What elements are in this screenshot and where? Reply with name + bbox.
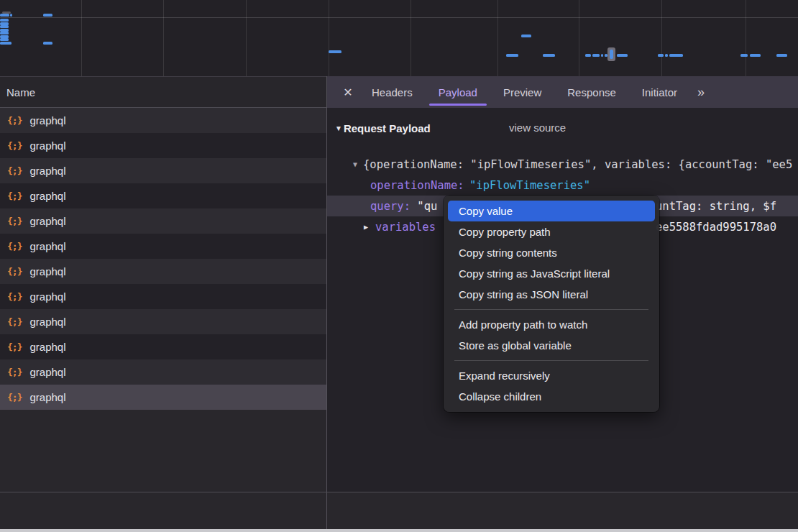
network-activity-bar [10,14,12,17]
network-activity-bar [0,42,12,45]
devtools-network-panel: Name {;}graphql {;}graphql {;}graphql {;… [0,0,798,532]
network-activity-bar [665,54,668,57]
timeline-gridline [81,0,82,76]
json-key: operationName: [370,179,464,192]
timeline-gridline [163,0,164,76]
request-name: graphql [29,366,65,378]
status-bar [0,492,798,530]
request-name: graphql [29,265,65,278]
timeline-hover-marker-bar [610,50,613,59]
table-row[interactable]: {;}graphql [0,158,326,183]
json-braces-icon: {;} [7,291,22,302]
menu-item-store-as-global-variable[interactable]: Store as global variable [448,335,655,356]
request-payload-section-header[interactable]: ▼ Request Payload [335,122,431,134]
tab-preview[interactable]: Preview [490,76,554,108]
json-braces-icon: {;} [7,392,22,403]
menu-item-expand-recursively[interactable]: Expand recursively [448,365,655,386]
network-activity-bar [0,25,9,28]
table-row[interactable]: {;}graphql [0,359,326,385]
context-menu: Copy value Copy property path Copy strin… [444,196,659,412]
table-row[interactable]: {;}graphql [0,208,326,234]
expand-triangle-icon[interactable]: ▶ [364,223,368,231]
json-key: variables [375,221,436,234]
request-name: graphql [29,341,65,353]
more-tabs-chevron-icon[interactable]: » [697,85,705,100]
tab-response[interactable]: Response [554,76,629,108]
view-source-link[interactable]: view source [509,121,566,134]
timeline-hover-marker [607,47,615,61]
json-braces-icon: {;} [7,266,22,277]
timeline-gridline [746,0,746,76]
network-activity-bar [329,50,341,53]
table-row[interactable]: {;}graphql [0,133,326,158]
network-activity-bar [0,38,9,41]
json-braces-icon: {;} [7,341,22,352]
tab-initiator[interactable]: Initiator [629,76,690,108]
network-overview-timeline[interactable] [0,0,798,77]
timeline-gridline [497,0,498,76]
request-name: graphql [29,290,65,303]
panel-divider [326,492,327,530]
window-bottom-edge [0,529,798,532]
collapse-triangle-icon[interactable]: ▼ [353,160,357,168]
operation-name-row[interactable]: operationName: "ipFlowTimeseries" [327,175,798,196]
variables-value-end: ee5588fdad995178a0 [656,221,776,234]
network-activity-bar [506,54,518,57]
network-activity-bar [585,54,591,57]
table-row[interactable]: {;}graphql [0,183,326,208]
menu-item-copy-string-contents[interactable]: Copy string contents [448,242,655,263]
timeline-gridline [579,0,579,76]
menu-item-copy-string-json-literal[interactable]: Copy string as JSON literal [448,284,655,305]
close-icon[interactable]: ✕ [337,86,359,99]
menu-item-add-property-path-to-watch[interactable]: Add property path to watch [448,314,655,335]
json-braces-icon: {;} [7,367,22,377]
network-activity-bar [740,54,748,57]
table-row[interactable]: {;}graphql [0,284,326,309]
network-activity-bar [592,54,600,57]
menu-item-collapse-children[interactable]: Collapse children [448,386,655,407]
timeline-gridline [411,0,411,76]
name-column-header[interactable]: Name [0,77,326,108]
json-braces-icon: {;} [7,140,22,151]
object-preview-text: {operationName: "ipFlowTimeseries", vari… [363,158,792,171]
network-activity-bar [43,42,52,45]
network-activity-bar [0,14,9,17]
table-row-selected[interactable]: {;}graphql [0,385,326,410]
table-row[interactable]: {;}graphql [0,259,326,284]
tab-payload[interactable]: Payload [426,76,490,108]
table-row[interactable]: {;}graphql [0,234,326,259]
timeline-gridline [329,0,329,76]
timeline-lane-divider [0,17,798,18]
network-activity-bar [601,54,603,57]
request-name: graphql [29,139,65,152]
network-activity-bar [750,54,761,57]
table-row[interactable]: {;}graphql [0,334,326,359]
network-activity-bar [617,54,628,57]
request-name: graphql [29,316,65,328]
tab-headers[interactable]: Headers [359,76,426,108]
json-braces-icon: {;} [7,115,22,126]
section-title: Request Payload [344,122,431,134]
query-key-and-value-start: query: "qu [370,200,437,213]
menu-item-copy-property-path[interactable]: Copy property path [448,221,655,242]
network-activity-bar [658,54,664,57]
menu-item-copy-string-js-literal[interactable]: Copy string as JavaScript literal [448,263,655,284]
timeline-gridline [661,0,662,76]
network-activity-bar [776,54,787,57]
payload-object-preview-row[interactable]: ▼ {operationName: "ipFlowTimeseries", va… [327,154,798,175]
menu-separator [454,360,648,361]
json-braces-icon: {;} [7,241,22,252]
json-string-value: "ipFlowTimeseries" [469,179,590,192]
query-value-end: untTag: string, $f [656,200,776,213]
table-row[interactable]: {;}graphql [0,108,326,133]
collapse-triangle-icon[interactable]: ▼ [335,124,342,132]
table-row[interactable]: {;}graphql [0,309,326,334]
details-tab-bar: ✕ Headers Payload Preview Response Initi… [327,76,798,108]
network-activity-bar [43,14,52,17]
request-name: graphql [29,240,65,252]
request-name: graphql [29,165,65,177]
menu-item-copy-value[interactable]: Copy value [448,201,655,221]
network-activity-bar [0,19,9,22]
menu-separator [454,309,648,310]
timeline-gridline [246,0,247,76]
